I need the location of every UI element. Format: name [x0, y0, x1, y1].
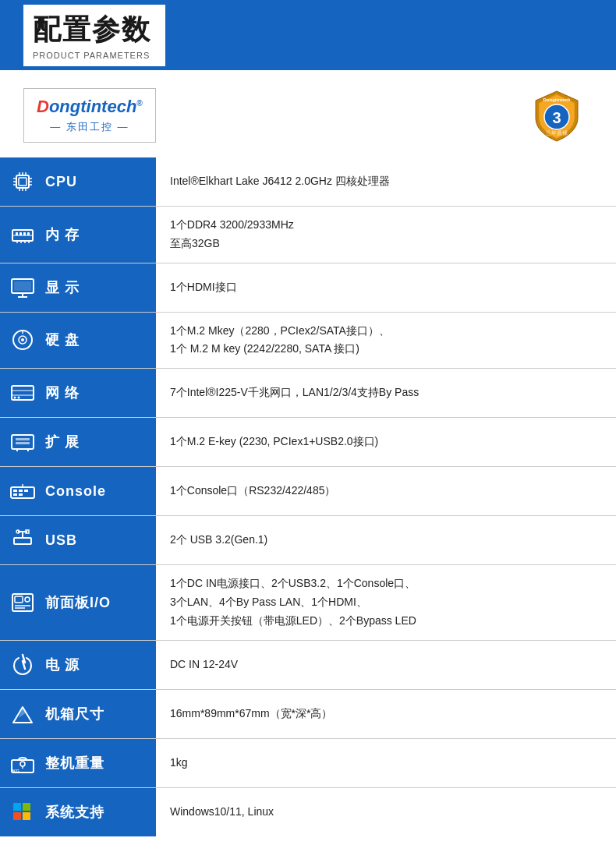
spec-label-display: 显 示: [45, 278, 80, 297]
svg-rect-50: [13, 493, 17, 496]
svg-rect-49: [24, 490, 28, 492]
spec-row-display: 显 示 1个HDMI接口: [0, 263, 616, 312]
spec-value-console: 1个Console口（RS232/422/485）: [156, 467, 616, 516]
spec-label-memory: 内 存: [45, 225, 80, 244]
svg-rect-48: [19, 490, 23, 492]
spec-icon-display: [8, 273, 37, 302]
svg-point-34: [21, 338, 24, 341]
svg-rect-20: [16, 232, 18, 235]
svg-text:Dongtintech: Dongtintech: [543, 97, 571, 102]
page-subtitle: PRODUCT PARAMETERS: [33, 51, 150, 60]
spec-icon-network: [8, 378, 37, 408]
spec-icon-os: [8, 797, 37, 827]
spec-value-memory: 1个DDR4 3200/2933MHz至高32GB: [156, 207, 616, 263]
spec-label-inner-power: 电 源: [8, 650, 148, 680]
spec-value-usb: 2个 USB 3.2(Gen.1): [156, 516, 616, 565]
spec-row-console: Console 1个Console口（RS232/422/485）: [0, 467, 616, 516]
svg-rect-21: [19, 232, 22, 235]
svg-rect-22: [23, 232, 26, 235]
spec-value-frontpanel: 1个DC IN电源接口、2个USB3.2、1个Console口、3个LAN、4个…: [156, 565, 616, 640]
svg-rect-72: [23, 812, 30, 820]
svg-text:3: 3: [552, 109, 561, 126]
spec-label-expansion: 扩 展: [45, 433, 80, 451]
svg-point-40: [18, 397, 20, 399]
svg-text:KG: KG: [12, 769, 19, 773]
spec-label-inner-console: Console: [8, 476, 148, 506]
warranty-badge: 3 Dongtintech 三年质保: [529, 87, 585, 143]
spec-icon-expansion: [8, 427, 37, 457]
spec-icon-cpu: [8, 167, 37, 196]
spec-row-network: 网 络 7个Intel®I225-V千兆网口，LAN1/2/3/4支持By Pa…: [0, 369, 616, 418]
spec-label-network: 网 络: [45, 384, 80, 402]
svg-rect-51: [19, 493, 23, 496]
svg-rect-60: [15, 596, 23, 603]
spec-label-console: Console: [45, 483, 106, 500]
spec-table: CPU Intel®Elkhart Lake J6412 2.0GHz 四核处理…: [0, 157, 616, 836]
spec-value-weight: 1kg: [156, 738, 616, 787]
spec-row-power: 电 源 DC IN 12-24V: [0, 640, 616, 689]
spec-icon-memory: [8, 220, 37, 249]
spec-icon-console: [8, 476, 37, 506]
spec-label-os: 系统支持: [45, 803, 104, 822]
spec-label-inner-os: 系统支持: [8, 797, 148, 827]
spec-label-inner-network: 网 络: [8, 378, 148, 408]
spec-label-usb: USB: [45, 532, 77, 549]
svg-rect-5: [19, 178, 27, 186]
header-title-box: 配置参数 PRODUCT PARAMETERS: [23, 5, 165, 66]
spec-label-inner-cpu: CPU: [8, 167, 148, 196]
spec-label-inner-dimensions: 机箱尺寸: [8, 699, 148, 729]
logo-brand-d: Dongtintech®: [37, 97, 143, 117]
spec-icon-power: [8, 650, 37, 680]
spec-value-display: 1个HDMI接口: [156, 263, 616, 312]
brand-logo: Dongtintech® — 东田工控 —: [23, 88, 156, 143]
logo-cn: — 东田工控 —: [50, 120, 129, 134]
spec-row-weight: KG 整机重量 1kg: [0, 738, 616, 787]
spec-icon-weight: KG: [8, 748, 37, 778]
svg-text:三年质保: 三年质保: [546, 130, 568, 136]
spec-value-cpu: Intel®Elkhart Lake J6412 2.0GHz 四核处理器: [156, 157, 616, 207]
spec-row-os: 系统支持 Windows10/11, Linux: [0, 787, 616, 836]
spec-label-power: 电 源: [45, 656, 80, 674]
svg-rect-42: [16, 438, 30, 440]
spec-row-cpu: CPU Intel®Elkhart Lake J6412 2.0GHz 四核处理…: [0, 157, 616, 207]
spec-icon-dimensions: [8, 699, 37, 729]
spec-label-weight: 整机重量: [45, 754, 104, 773]
spec-icon-frontpanel: [8, 588, 37, 617]
page-title: 配置参数: [33, 11, 151, 49]
spec-row-memory: 内 存 1个DDR4 3200/2933MHz至高32GB: [0, 207, 616, 263]
spec-label-inner-frontpanel: 前面板I/O: [8, 588, 148, 617]
spec-row-usb: USB 2个 USB 3.2(Gen.1): [0, 516, 616, 565]
svg-rect-46: [11, 487, 34, 498]
spec-value-power: DC IN 12-24V: [156, 640, 616, 689]
spec-row-expansion: 扩 展 1个M.2 E-key (2230, PCIex1+USB2.0接口): [0, 418, 616, 467]
svg-rect-53: [14, 538, 31, 544]
svg-point-66: [20, 762, 25, 766]
spec-row-frontpanel: 前面板I/O 1个DC IN电源接口、2个USB3.2、1个Console口、3…: [0, 565, 616, 640]
spec-label-cpu: CPU: [45, 174, 77, 190]
spec-value-os: Windows10/11, Linux: [156, 787, 616, 836]
spec-value-storage: 1个M.2 Mkey（2280，PCIex2/SATA接口）、1个 M.2 M …: [156, 312, 616, 369]
spec-row-dimensions: 机箱尺寸 16mm*89mm*67mm（宽*深*高）: [0, 689, 616, 738]
svg-rect-23: [27, 232, 30, 235]
spec-label-storage: 硬 盘: [45, 331, 80, 349]
header: 配置参数 PRODUCT PARAMETERS: [0, 0, 616, 70]
spec-label-inner-usb: USB: [8, 525, 148, 555]
svg-point-39: [14, 397, 16, 399]
spec-value-network: 7个Intel®I225-V千兆网口，LAN1/2/3/4支持By Pass: [156, 369, 616, 418]
spec-value-dimensions: 16mm*89mm*67mm（宽*深*高）: [156, 689, 616, 738]
spec-icon-storage: [8, 325, 37, 355]
svg-rect-70: [23, 803, 30, 811]
svg-rect-47: [13, 490, 17, 492]
svg-rect-69: [13, 803, 21, 811]
logo-row: Dongtintech® — 东田工控 — 3 Dongtintech 三年质保: [0, 70, 616, 157]
spec-label-inner-memory: 内 存: [8, 220, 148, 249]
svg-rect-31: [14, 281, 31, 291]
svg-rect-43: [16, 442, 30, 444]
spec-label-inner-storage: 硬 盘: [8, 325, 148, 355]
spec-row-storage: 硬 盘 1个M.2 Mkey（2280，PCIex2/SATA接口）、1个 M.…: [0, 312, 616, 369]
spec-label-dimensions: 机箱尺寸: [45, 705, 104, 723]
svg-rect-71: [13, 812, 21, 820]
spec-label-frontpanel: 前面板I/O: [45, 593, 111, 612]
svg-point-61: [25, 597, 30, 602]
spec-label-inner-weight: KG 整机重量: [8, 748, 148, 778]
